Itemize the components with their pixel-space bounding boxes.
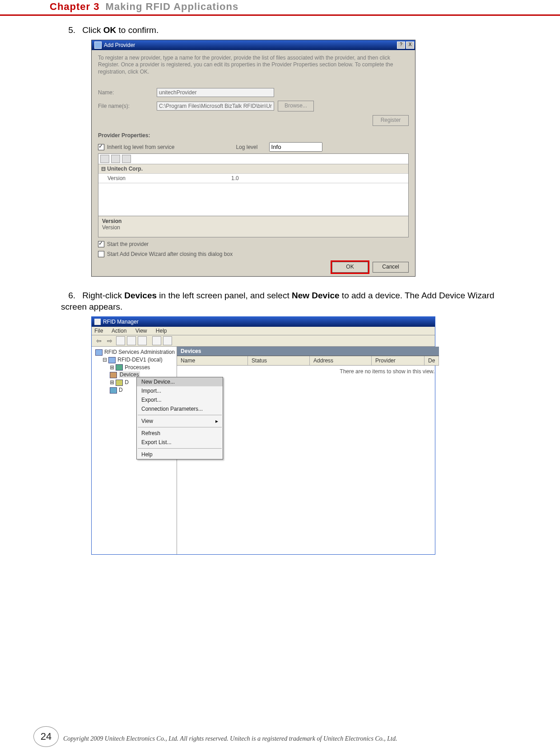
column-headers: Name Status Address Provider De	[177, 356, 439, 366]
menu-connection-params[interactable]: Connection Parameters...	[137, 404, 223, 413]
register-button[interactable]: Register	[373, 115, 409, 126]
menu-view[interactable]: View▸	[137, 417, 223, 426]
col-name[interactable]: Name	[177, 356, 248, 365]
start-provider-checkbox[interactable]	[98, 241, 104, 247]
content: 5. Click OK to confirm. Add Provider ? X…	[50, 25, 510, 555]
folder-icon	[116, 380, 123, 386]
server-icon	[108, 357, 116, 363]
file-label: File name(s):	[98, 103, 157, 109]
close-button[interactable]: X	[406, 42, 414, 49]
grid-btn-icon[interactable]	[122, 155, 131, 163]
sort-alpha-icon[interactable]	[111, 155, 120, 163]
add-provider-dialog: Add Provider ? X To register a new provi…	[91, 40, 415, 277]
window-titlebar: RFID Manager	[92, 317, 435, 327]
start-wizard-label: Start Add Device Wizard after closing th…	[107, 251, 233, 257]
menu-new-device[interactable]: New Device...	[137, 377, 223, 386]
menu-separator	[138, 448, 222, 449]
menu-help[interactable]: Help	[137, 450, 223, 459]
header-rule	[0, 14, 560, 16]
name-row: Name:	[98, 88, 409, 97]
inherit-label: Inherit log level from service	[107, 144, 174, 150]
dialog-title: Add Provider	[104, 40, 135, 50]
menu-action[interactable]: Action	[112, 328, 126, 334]
app-icon	[94, 42, 102, 49]
col-status[interactable]: Status	[248, 356, 310, 365]
toolbar: ⇦ ⇨	[92, 335, 435, 347]
step-6: 6. Right-click Devices in the left scree…	[61, 290, 510, 312]
col-provider[interactable]: Provider	[372, 356, 425, 365]
step-text: Click OK to confirm.	[82, 25, 159, 35]
chapter-label: Chapter 3	[50, 1, 99, 12]
dialog-titlebar: Add Provider ? X	[92, 40, 415, 50]
page-number: 24	[33, 726, 59, 747]
toolbar-btn-icon[interactable]	[138, 336, 147, 345]
menu-import[interactable]: Import...	[137, 386, 223, 395]
menu-separator	[138, 427, 222, 427]
forward-icon[interactable]: ⇨	[107, 337, 112, 344]
props-label: Provider Properties:	[98, 132, 409, 139]
figure-add-provider: Add Provider ? X To register a new provi…	[91, 40, 510, 277]
toolbar-btn-icon[interactable]	[152, 336, 161, 345]
panel-header: Devices	[177, 347, 439, 356]
loglevel-select[interactable]	[269, 142, 322, 152]
col-address[interactable]: Address	[310, 356, 372, 365]
sort-categorized-icon[interactable]	[100, 155, 109, 163]
console-icon	[95, 349, 103, 356]
folder-icon	[110, 387, 117, 394]
menu-export[interactable]: Export...	[137, 395, 223, 404]
toolbar-btn-icon[interactable]	[163, 336, 172, 345]
step-num: 5.	[61, 25, 75, 36]
app-icon	[94, 319, 101, 325]
grid-group: ⊟ Unitech Corp.	[98, 164, 408, 174]
devices-icon	[110, 372, 117, 378]
browse-button[interactable]: Browse...	[278, 101, 314, 111]
name-input[interactable]	[157, 88, 274, 97]
file-row: File name(s): Browse...	[98, 101, 409, 111]
col-d[interactable]: De	[425, 356, 439, 365]
file-input[interactable]	[157, 102, 274, 111]
menu-help[interactable]: Help	[156, 328, 167, 334]
step-num: 6.	[61, 290, 75, 301]
start-provider-label: Start the provider	[107, 241, 149, 247]
process-icon	[116, 364, 123, 371]
start-wizard-checkbox[interactable]	[98, 251, 104, 257]
menu-bar: File Action View Help	[92, 327, 435, 335]
grid-row-version[interactable]: Version 1.0	[98, 174, 408, 183]
dialog-description: To register a new provider, type a name …	[98, 55, 409, 76]
inherit-row: Inherit log level from service Log level	[98, 142, 409, 152]
grid-toolbar	[98, 154, 408, 164]
menu-refresh[interactable]: Refresh	[137, 429, 223, 438]
property-grid: ⊟ Unitech Corp. Version 1.0 Version Vers…	[98, 153, 409, 237]
context-menu: New Device... Import... Export... Connec…	[136, 377, 223, 459]
name-label: Name:	[98, 89, 157, 96]
empty-message: There are no items to show in this view.	[177, 366, 439, 377]
back-icon[interactable]: ⇦	[96, 337, 102, 344]
page-header: Chapter 3 Making RFID Applications	[50, 1, 238, 13]
toolbar-btn-icon[interactable]	[116, 336, 125, 345]
menu-view[interactable]: View	[135, 328, 147, 334]
loglevel-label: Log level	[236, 144, 257, 150]
tree-root[interactable]: RFID Services Administration	[93, 348, 175, 356]
figure-rfid-manager: RFID Manager File Action View Help ⇦ ⇨	[91, 316, 510, 555]
menu-separator	[138, 415, 222, 415]
toolbar-btn-icon[interactable]	[127, 336, 136, 345]
chapter-title: Making RFID Applications	[106, 1, 239, 12]
grid-description: Version Version	[98, 216, 408, 237]
cancel-button[interactable]: Cancel	[373, 262, 409, 273]
tree-server[interactable]: ⊟ RFID-DEV1 (local)	[101, 356, 175, 364]
menu-export-list[interactable]: Export List...	[137, 438, 223, 447]
chevron-right-icon: ▸	[215, 418, 218, 424]
copyright: Copyright 2009 Unitech Electronics Co., …	[63, 735, 515, 742]
tree-processes[interactable]: ⊞ Processes	[108, 364, 175, 371]
grid-cell-label: Version	[98, 174, 229, 183]
window-title: RFID Manager	[103, 317, 139, 327]
step-text: Right-click Devices in the left screen p…	[61, 291, 494, 311]
grid-cell-value: 1.0	[229, 174, 408, 183]
inherit-checkbox[interactable]	[98, 144, 104, 150]
ok-button[interactable]: OK	[332, 262, 368, 273]
menu-file[interactable]: File	[94, 328, 103, 334]
step-5: 5. Click OK to confirm.	[61, 25, 510, 36]
help-button[interactable]: ?	[397, 42, 405, 49]
